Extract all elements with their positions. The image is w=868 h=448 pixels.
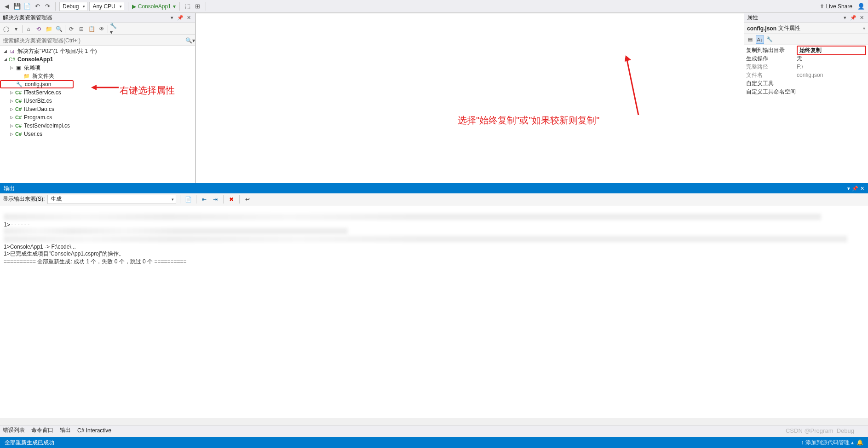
out-clear-icon[interactable]: ✖ [227,195,236,204]
project-node[interactable]: ◢C# ConsoleApp1 [0,55,195,64]
tool-icon-2[interactable]: ⊞ [194,2,202,11]
user-icon[interactable]: 👤 [857,2,865,11]
blurred-line [4,214,821,220]
solution-tree: ◢⊡ 解决方案"P02"(1 个项目/共 1 个) ◢C# ConsoleApp… [0,46,195,183]
panel-close-icon[interactable]: ✕ [185,14,192,22]
deps-label: 依赖项 [24,64,40,72]
preview-icon[interactable]: 👁 [98,25,106,33]
status-text: 全部重新生成已成功 [5,439,54,447]
cs-file-icon: C# [15,98,22,104]
solution-icon: ⊡ [8,48,16,54]
prop-copy-to-output[interactable]: 复制到输出目录 始终复制 [744,46,868,54]
categorized-icon[interactable]: ▤ [746,35,754,44]
out-menu-icon[interactable]: ▾ [847,186,850,192]
sync-icon[interactable]: ⟲ [34,25,43,33]
iuserdao-node[interactable]: ▷C# IUserDao.cs [0,105,195,113]
solution-node[interactable]: ◢⊡ 解决方案"P02"(1 个项目/共 1 个) [0,47,195,55]
redo-icon[interactable]: ↷ [43,2,52,11]
out-pin-icon[interactable]: 📌 [852,186,858,192]
output-text[interactable]: 1>------ 1>ConsoleApp1 -> F:\code\... 1>… [0,205,868,419]
config-combo[interactable]: Debug [59,2,87,11]
testimpl-node[interactable]: ▷C# TestServiceImpl.cs [0,122,195,130]
iuserbiz-node[interactable]: ▷C# IUserBiz.cs [0,97,195,105]
props-wrench-icon[interactable]: 🔧 [765,35,774,44]
refresh-icon[interactable]: ⟳ [67,25,75,33]
out-next-icon[interactable]: ⇥ [211,195,219,204]
properties-toolbar: ▤ A↓ 🔧 [744,34,868,45]
project-label: ConsoleApp1 [17,56,53,63]
out-close-icon[interactable]: ✕ [860,186,864,192]
deps-node[interactable]: ▷▣ 依赖项 [0,64,195,72]
deps-icon: ▣ [15,64,22,71]
properties-subject[interactable]: config.json 文件属性 ▾ [744,23,868,34]
properties-panel: 属性 ▾ 📌 ✕ config.json 文件属性 ▾ ▤ A↓ 🔧 复制到输出… [744,13,868,183]
prop-build-action[interactable]: 生成操作 无 [744,54,868,63]
search-icon[interactable]: 🔍▾ [185,37,195,44]
panel-menu-icon[interactable]: ▾ [168,14,176,22]
folder-icon: 📁 [23,73,30,79]
start-debug-button[interactable]: ▶ ConsoleApp1 ▾ [132,3,176,10]
properties-filename: config.json [747,25,776,32]
tab-error-list[interactable]: 错误列表 [3,426,25,434]
output-scrollbar-h[interactable] [0,419,868,425]
output-line: 1>ConsoleApp1 -> F:\code\... [4,244,76,250]
platform-combo[interactable]: Any CPU [89,2,124,11]
out-wrap-icon[interactable]: ↩ [243,195,252,204]
collapse-icon[interactable]: ⊟ [77,25,86,33]
prop-fullpath: 完整路径 F:\ [744,63,868,71]
platform-value: Any CPU [92,3,115,10]
output-panel: 输出 ▾ 📌 ✕ 显示输出来源(S): 生成 📄 ⇤ ⇥ ✖ ↩ 1>-----… [0,183,868,435]
folder-label: 新文件夹 [32,72,54,80]
back-icon[interactable]: ◯ [2,25,10,33]
panel-close-icon[interactable]: ✕ [858,14,865,22]
output-line: 1>已完成生成项目"ConsoleApp1.csproj"的操作。 [4,250,124,257]
cs-file-icon: C# [15,122,22,129]
save-icon[interactable]: 💾 [13,2,21,11]
cs-file-icon: C# [15,131,22,137]
scope-icon[interactable]: 🔍 [55,25,63,33]
config-json-node[interactable]: 🔧 config.json [0,80,74,88]
itest-label: ITestService.cs [24,89,61,96]
config-label: config.json [25,81,51,87]
csharp-project-icon: C# [8,56,16,63]
output-line: ========== 全部重新生成: 成功 1 个，失败 0 个，跳过 0 个 … [4,258,187,265]
save-all-icon[interactable]: 📄 [23,2,31,11]
tab-csharp-interactive[interactable]: C# Interactive [77,427,111,434]
folder-node[interactable]: 📁 新文件夹 [0,72,195,80]
nav-back-icon[interactable]: ◀ [3,2,11,11]
prop-customtool-ns[interactable]: 自定义工具命名空间 [744,87,868,96]
prop-copy-value[interactable]: 始终复制 [797,46,866,55]
source-control-button[interactable]: ↑ 添加到源代码管理 ▴ [801,439,854,447]
notifications-icon[interactable]: 🔔 [857,439,863,446]
blurred-line [4,228,348,234]
tab-output[interactable]: 输出 [60,426,71,434]
itest-node[interactable]: ▷C# ITestService.cs [0,88,195,97]
json-file-icon: 🔧 [16,81,23,87]
output-title: 输出 [4,185,15,192]
properties-icon[interactable]: 📋 [87,25,96,33]
undo-icon[interactable]: ↶ [33,2,41,11]
prop-filename: 文件名 config.json [744,71,868,79]
fwd-icon[interactable]: ▾ [12,25,20,33]
wrench-icon[interactable]: 🔧▾ [110,25,118,33]
panel-pin-icon[interactable]: 📌 [177,14,184,22]
prop-customtool[interactable]: 自定义工具 [744,79,868,87]
tab-command-window[interactable]: 命令窗口 [31,426,53,434]
showall-icon[interactable]: 📁 [45,25,53,33]
panel-pin-icon[interactable]: 📌 [850,14,857,22]
program-node[interactable]: ▷C# Program.cs [0,113,195,122]
tool-icon-1[interactable]: ⬚ [184,2,192,11]
output-source-combo[interactable]: 生成 [47,195,176,204]
alphabetical-icon[interactable]: A↓ [756,35,764,44]
out-prev-icon[interactable]: ⇤ [200,195,208,204]
solution-search-input[interactable] [0,37,185,44]
home-icon[interactable]: ⌂ [24,25,33,33]
live-share-button[interactable]: ⇪ Live Share [820,3,852,10]
user-node[interactable]: ▷C# User.cs [0,130,195,138]
iuserbiz-label: IUserBiz.cs [24,98,52,104]
out-find-icon[interactable]: 📄 [184,195,192,204]
startup-project: ConsoleApp1 [138,3,171,10]
panel-menu-icon[interactable]: ▾ [841,14,849,22]
solution-search: 🔍▾ [0,35,195,46]
solution-explorer-panel: 解决方案资源管理器 ▾ 📌 ✕ ◯ ▾ ⌂ ⟲ 📁 🔍 ⟳ ⊟ 📋 👁 🔧▾ 🔍… [0,13,195,183]
